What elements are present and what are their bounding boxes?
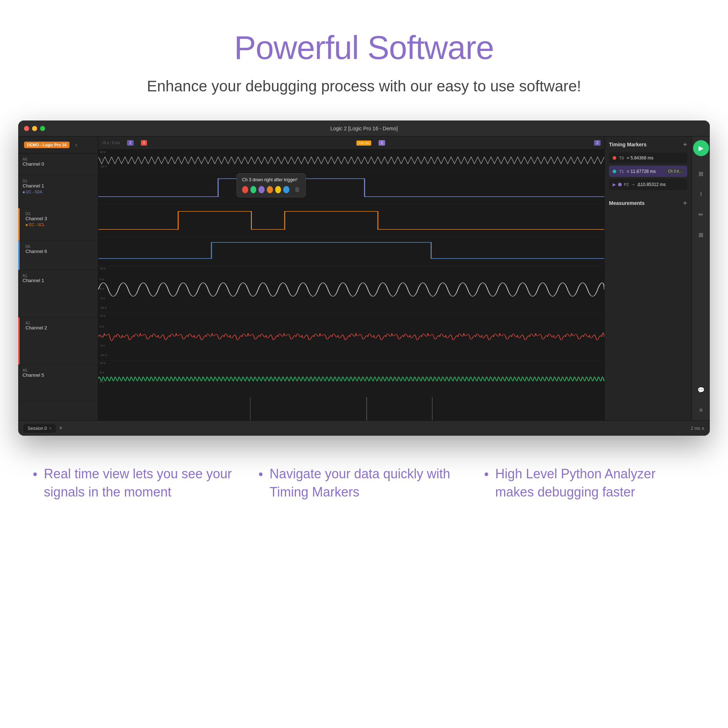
tab-add-button[interactable]: + (59, 424, 63, 432)
play-button[interactable]: ▶ (693, 140, 709, 156)
volt-label: 5 V (100, 278, 104, 281)
waveform-tooltip: Ch 3 down right after trigger! 🗑 (237, 173, 306, 197)
tm-value-t1: = 11.67728 ms (627, 169, 656, 174)
waveform-row-ch1: Ch 3 down right after trigger! 🗑 (98, 171, 604, 204)
waveform-a2-svg (98, 314, 604, 360)
channel-id: A2. (26, 321, 93, 325)
timeline-tick: +0 s : 0 ms (102, 141, 120, 145)
channel-id: A1. (23, 274, 93, 278)
tt-marker-orange (267, 186, 273, 193)
channel-item[interactable]: D3. Channel 3 ■ I2C - SCL (18, 208, 98, 241)
channel-name: Channel 2 (26, 325, 93, 330)
waveform-ch3-svg (98, 204, 604, 237)
session-tab[interactable]: Session 0 × (23, 424, 56, 433)
app-body: DEMO - Logic Pro 16 ‹ A0. Channel 0 D1. … (18, 136, 710, 421)
tt-marker-green (251, 186, 257, 193)
page-subtitle: Enhance your debugging process with our … (147, 78, 581, 95)
right-toolbar: ▶ ⊞ ⌇ ✏ ⊞ 💬 ≡ (691, 136, 710, 421)
volt-label: -5 V (100, 297, 105, 300)
sliders-icon[interactable]: ⊞ (694, 167, 708, 180)
channel-id: D6. (26, 245, 93, 249)
tt-marker-purple (258, 186, 265, 193)
timing-markers-add[interactable]: + (683, 141, 687, 148)
timing-marker-t1[interactable]: T1 = 11.67728 ms Ch 3 d... (609, 166, 687, 177)
waveform-row-a2: 10 V 5 V 0 V -5 V -10 V (98, 314, 604, 361)
collapse-icon[interactable]: ‹ (75, 142, 77, 148)
waveform-row-a1: 10 V 5 V 0 V -5 V -10 V (98, 266, 604, 314)
volt-label: -10 V (100, 165, 107, 168)
volt-label: -10 V (100, 306, 107, 309)
right-panel: Timing Markers + T0 = 5.84368 ms T1 = 11… (604, 136, 691, 421)
timing-marker-t0[interactable]: T0 = 5.84368 ms (609, 153, 687, 164)
window-controls (24, 126, 45, 131)
tooltip-markers: 🗑 (242, 186, 300, 193)
channel-item[interactable]: A1. Channel 1 (18, 270, 98, 317)
timing-markers-section: Timing Markers + T0 = 5.84368 ms T1 = 11… (609, 141, 687, 192)
tm-label-p2: P2 (624, 182, 629, 187)
activity-icon[interactable]: ⌇ (694, 187, 708, 200)
volt-label: 0 V (100, 158, 104, 161)
channel-name: Channel 6 (26, 249, 93, 254)
feature-text-2: Navigate your data quickly with Timing M… (270, 465, 470, 502)
measurements-add[interactable]: + (683, 199, 687, 207)
channel-item[interactable]: A5. Channel 5 (18, 365, 98, 401)
tab-close-button[interactable]: × (49, 426, 52, 431)
tm-dot-purple (618, 183, 622, 187)
minimize-button[interactable] (32, 126, 37, 131)
waveform-ch0-svg (98, 150, 604, 171)
channel-name: Channel 0 (23, 161, 93, 167)
tm-dot-teal (613, 170, 616, 173)
session-tab-label: Session 0 (28, 426, 47, 431)
menu-icon[interactable]: ≡ (694, 404, 708, 417)
waveform-ch1-svg (98, 171, 604, 204)
timeline-badge-1: 2 (127, 140, 134, 145)
delete-icon[interactable]: 🗑 (294, 187, 300, 193)
tt-marker-red (242, 186, 248, 193)
feature-bullet-3: • High Level Python Analyzer makes debug… (484, 465, 695, 502)
channel-name: Channel 1 (23, 278, 93, 283)
timing-marker-p2[interactable]: ▶ P2 → Δ10.85312 ms (609, 179, 687, 190)
feature-3: • High Level Python Analyzer makes debug… (484, 465, 695, 502)
waveform-rows: 10 V 0 V -10 V Ch 3 down right after tri… (98, 150, 604, 421)
tm-dot-red (613, 156, 616, 160)
volt-label: 10 V (100, 150, 106, 154)
timeline-header: +0 s : 0 ms 2 0 +10 ms 1 2 (98, 136, 604, 150)
chat-icon[interactable]: 💬 (694, 383, 708, 396)
zoom-indicator[interactable]: 2 ms ∧ (691, 426, 705, 431)
titlebar: Logic 2 [Logic Pro 16 - Demo] (18, 121, 710, 136)
app-window: Logic 2 [Logic Pro 16 - Demo] DEMO - Log… (18, 121, 710, 436)
channel-item[interactable]: A2. Channel 2 (18, 317, 98, 365)
waveform-row-a5: 10 V 5 V 0 V (98, 361, 604, 397)
tooltip-text: Ch 3 down right after trigger! (242, 177, 300, 182)
waveform-a1-svg (98, 266, 604, 313)
timeline-badge-4: 1 (379, 140, 385, 145)
feature-1: • Real time view lets you see your signa… (33, 465, 244, 502)
tab-bar: Session 0 × + 2 ms ∧ (18, 421, 710, 436)
channel-item[interactable]: D6. Channel 6 (18, 241, 98, 270)
window-title: Logic 2 [Logic Pro 16 - Demo] (330, 125, 398, 132)
volt-label: 0 V (100, 335, 104, 338)
pencil-icon[interactable]: ✏ (694, 208, 708, 221)
maximize-button[interactable] (40, 126, 45, 131)
waveform-row-ch3 (98, 204, 604, 237)
channel-sidebar: DEMO - Logic Pro 16 ‹ A0. Channel 0 D1. … (18, 136, 98, 421)
channel-name: Channel 5 (23, 372, 93, 378)
volt-label: 0 V (100, 287, 104, 291)
tt-marker-yellow (275, 186, 281, 193)
channel-id: A0. (23, 157, 93, 161)
waveform-row-ch6 (98, 237, 604, 266)
close-button[interactable] (24, 126, 29, 131)
volt-label: 10 V (100, 361, 106, 365)
channel-id: D3. (26, 212, 93, 216)
waveform-a5-svg (98, 361, 604, 397)
grid-icon[interactable]: ⊞ (694, 228, 708, 241)
demo-label: DEMO - Logic Pro 16 (24, 142, 70, 148)
tm-value-t0: = 5.84368 ms (627, 155, 653, 161)
waveform-area: +0 s : 0 ms 2 0 +10 ms 1 2 (98, 136, 604, 421)
measurements-header: Measurements + (609, 199, 687, 207)
channel-item[interactable]: D1. Channel 1 ■ I2C - SDA (18, 176, 98, 208)
channel-sub: ■ I2C - SDA (23, 190, 93, 194)
channel-item[interactable]: A0. Channel 0 (18, 154, 98, 176)
bullet-dot-1: • (33, 466, 37, 482)
tm-ch-label: Ch 3 d... (666, 168, 684, 174)
